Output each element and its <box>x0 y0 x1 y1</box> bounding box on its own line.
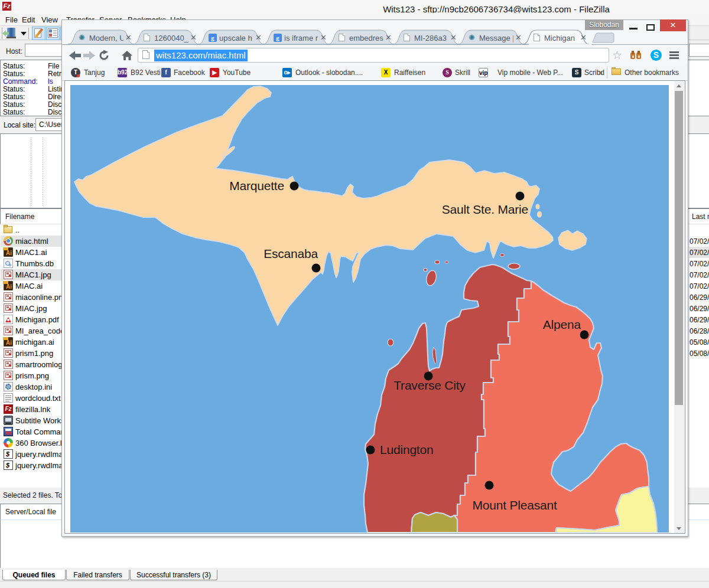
svg-text:Alpena: Alpena <box>543 318 581 331</box>
svg-text:Sault Ste. Marie: Sault Ste. Marie <box>442 202 528 216</box>
svg-text:Ludington: Ludington <box>380 443 433 456</box>
svg-text:Mount Pleasant: Mount Pleasant <box>472 498 557 512</box>
svg-text:Traverse City: Traverse City <box>393 378 466 392</box>
svg-text:Escanaba: Escanaba <box>264 247 318 260</box>
svg-text:Marquette: Marquette <box>229 179 284 192</box>
